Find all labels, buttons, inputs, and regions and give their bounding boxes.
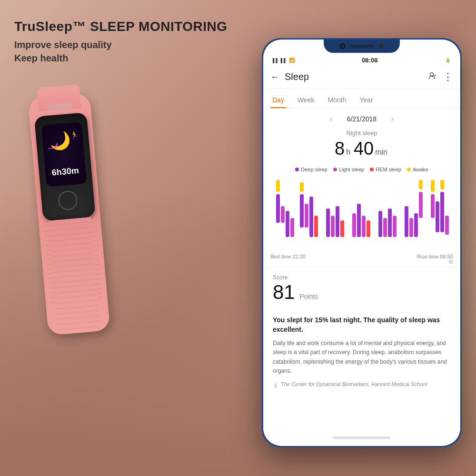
svg-rect-35 — [440, 192, 444, 232]
back-button[interactable]: ← — [270, 71, 280, 82]
svg-rect-17 — [340, 220, 344, 237]
rise-time-container: Rise time 06:50 — [417, 254, 453, 264]
description-section: You slept for 15% last night. The qualit… — [263, 311, 460, 395]
screen-decoration — [47, 139, 77, 156]
svg-rect-25 — [393, 216, 397, 237]
phone-screen: ▌▌ ▌▌ 📶 08:08 🔋 ← Sleep — [263, 40, 460, 446]
phone-body: ▌▌ ▌▌ 📶 08:08 🔋 ← Sleep — [262, 38, 462, 447]
svg-rect-19 — [357, 204, 361, 237]
current-date: 6/21/2018 — [347, 115, 377, 123]
citation: ⚕ The Center for Dynamical Biomarkers, H… — [273, 381, 451, 390]
sleep-chart — [263, 175, 460, 251]
citation-icon: ⚕ — [273, 381, 277, 390]
device-screen: 🌙 🏃 6h30m — [41, 122, 87, 187]
svg-point-3 — [430, 73, 434, 76]
phone-container: ▌▌ ▌▌ 📶 08:08 🔋 ← Sleep — [262, 38, 462, 447]
svg-rect-16 — [336, 206, 339, 237]
prev-date-button[interactable]: ‹ — [330, 114, 333, 124]
main-title: TruSleep™ SLEEP MONITORING — [14, 19, 228, 34]
rem-sleep-label: REM sleep — [376, 167, 401, 172]
description-body: Daily life and work consume a lot of men… — [273, 339, 451, 376]
svg-rect-27 — [409, 218, 413, 237]
battery-icon: 🔋 — [445, 58, 451, 63]
tab-bar: Day Week Month Year — [263, 89, 460, 108]
svg-rect-33 — [436, 201, 439, 232]
wifi-icon: 📶 — [289, 58, 295, 63]
svg-rect-23 — [383, 218, 387, 237]
svg-rect-29 — [419, 180, 423, 189]
speaker — [350, 45, 374, 48]
sleep-summary: Night sleep 8h 40min — [263, 129, 460, 164]
svg-line-0 — [48, 148, 55, 149]
next-date-button[interactable]: › — [391, 114, 394, 124]
awake-label: Awake — [413, 167, 428, 172]
tab-month[interactable]: Month — [326, 92, 348, 108]
app-navbar: ← Sleep ⋮ — [263, 66, 460, 89]
deep-sleep-dot — [295, 168, 299, 171]
rem-sleep-dot — [370, 168, 374, 171]
svg-rect-15 — [331, 216, 335, 237]
citation-text: The Center for Dynamical Biomarkers, Har… — [281, 381, 427, 387]
sleep-hours: 8 — [335, 139, 345, 159]
svg-rect-26 — [405, 206, 408, 237]
camera-left — [340, 43, 346, 49]
date-navigator: ‹ 6/21/2018 › — [263, 108, 460, 129]
score-unit: Points — [299, 293, 318, 300]
legend-awake: Awake — [407, 167, 428, 172]
sleep-time-display: 8h 40min — [273, 139, 451, 159]
sleep-minutes: 40 — [354, 139, 374, 159]
svg-rect-21 — [367, 220, 370, 237]
svg-rect-30 — [419, 192, 423, 218]
tab-day[interactable]: Day — [270, 92, 286, 108]
svg-rect-36 — [445, 216, 449, 235]
band-time-display: 6h30m — [45, 165, 86, 178]
app-content: ← Sleep ⋮ — [263, 66, 460, 444]
band-bottom-strap — [48, 217, 101, 335]
svg-rect-13 — [314, 216, 318, 237]
signal-icon: ▌▌ — [273, 58, 279, 63]
phone-home-indicator[interactable] — [333, 436, 390, 439]
sleep-chart-svg — [268, 178, 456, 249]
tab-week[interactable]: Week — [296, 92, 317, 108]
more-icon[interactable]: ⋮ — [443, 71, 453, 83]
svg-rect-28 — [414, 213, 418, 237]
signal-icon2: ▌▌ — [281, 58, 287, 63]
subtitle-line1: Improve sleep quality — [14, 40, 112, 50]
clock: 08:08 — [362, 57, 377, 64]
score-section: Score 81 Points — [263, 267, 460, 311]
svg-line-2 — [57, 143, 57, 148]
share-svg — [426, 70, 437, 81]
light-sleep-label: Light sleep — [339, 167, 364, 172]
status-bar: ▌▌ ▌▌ 📶 08:08 🔋 — [263, 53, 460, 66]
legend-rem-sleep: REM sleep — [370, 167, 401, 172]
light-sleep-dot — [333, 168, 337, 171]
bed-time-label: Bed time 22:20 — [270, 254, 306, 264]
description-main: You slept for 15% last night. The qualit… — [273, 316, 451, 334]
sleep-legend: Deep sleep Light sleep REM sleep Awake — [263, 164, 460, 175]
svg-rect-9 — [300, 182, 304, 192]
svg-rect-31 — [431, 180, 435, 192]
svg-rect-18 — [352, 213, 356, 237]
svg-rect-11 — [305, 204, 308, 228]
hours-unit: h — [346, 148, 350, 156]
deep-sleep-label: Deep sleep — [301, 167, 327, 172]
sleep-label: Night sleep — [273, 129, 451, 137]
svg-rect-10 — [300, 194, 304, 228]
svg-rect-7 — [286, 211, 289, 237]
app-title: Sleep — [285, 71, 426, 82]
band-home-button[interactable] — [58, 190, 78, 211]
tab-year[interactable]: Year — [357, 92, 375, 108]
svg-rect-14 — [326, 208, 330, 237]
minutes-unit: min — [375, 148, 387, 156]
device-screen-area: 🌙 🏃 6h30m — [34, 112, 96, 221]
svg-rect-32 — [431, 194, 435, 218]
subtitle: Improve sleep quality Keep health — [14, 38, 228, 65]
legend-deep-sleep: Deep sleep — [295, 167, 327, 172]
share-icon[interactable] — [426, 70, 437, 83]
time-markers: Bed time 22:20 Rise time 06:50 — [263, 251, 460, 267]
svg-rect-22 — [378, 211, 382, 237]
header-section: TruSleep™ SLEEP MONITORING Improve sleep… — [14, 19, 228, 65]
subtitle-line2: Keep health — [14, 53, 68, 63]
svg-rect-20 — [362, 216, 366, 237]
svg-rect-6 — [281, 206, 285, 223]
